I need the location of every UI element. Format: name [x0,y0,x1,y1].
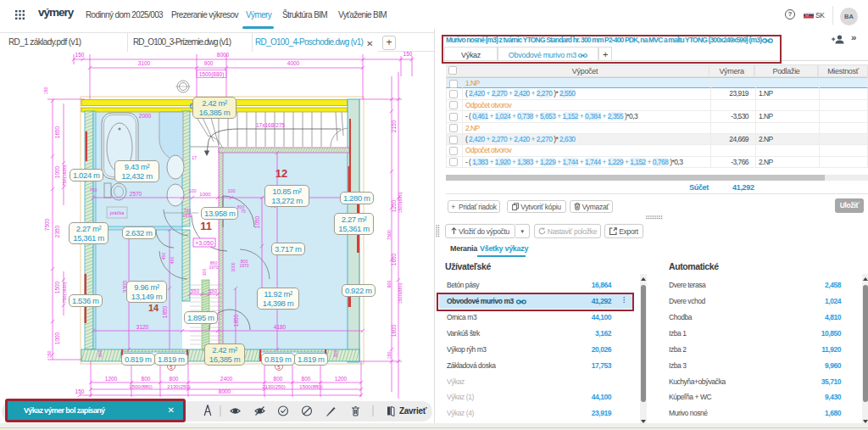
svg-text:900: 900 [204,60,214,66]
svg-text:14: 14 [148,303,159,313]
svg-text:2000: 2000 [139,113,152,119]
svg-text:900: 900 [387,280,392,288]
svg-text:1600: 1600 [391,253,397,265]
svg-text:100: 100 [202,269,207,276]
svg-text:1500(880): 1500(880) [199,71,225,78]
svg-text:750(1630): 750(1630) [62,165,67,186]
svg-text:1500(880): 1500(880) [398,282,403,304]
svg-text:1200: 1200 [335,376,348,382]
svg-text:17x168/275: 17x168/275 [256,122,285,128]
svg-text:1850: 1850 [233,314,239,327]
svg-text:150: 150 [75,52,85,58]
svg-text:4000: 4000 [287,60,300,66]
svg-text:práčka: práčka [110,210,125,215]
svg-text:1500(880): 1500(880) [129,384,152,389]
svg-text:300: 300 [97,349,103,357]
svg-text:800: 800 [302,376,311,382]
svg-text:750(1630): 750(1630) [62,282,67,303]
svg-text:1500: 1500 [54,281,60,293]
svg-text:1500(880): 1500(880) [299,384,322,389]
svg-text:2150: 2150 [391,120,397,132]
svg-text:800: 800 [170,376,179,382]
svg-text:3120: 3120 [136,324,149,330]
svg-text:2400: 2400 [220,376,233,382]
svg-text:8000: 8000 [219,388,231,394]
svg-text:1000: 1000 [54,332,60,344]
svg-text:17: 17 [192,155,197,160]
svg-text:1000: 1000 [199,192,211,197]
svg-text:1600: 1600 [391,324,397,337]
svg-text:2350: 2350 [54,225,60,237]
svg-text:150: 150 [403,52,413,57]
svg-text:1970: 1970 [182,213,192,218]
svg-text:1000: 1000 [231,262,236,271]
svg-text:1000: 1000 [54,165,60,178]
svg-text:1250: 1250 [391,199,397,212]
svg-text:11: 11 [200,220,212,232]
svg-text:8000: 8000 [217,52,230,58]
svg-text:1050: 1050 [254,215,260,228]
svg-text:800: 800 [274,376,283,382]
svg-text:1970: 1970 [209,265,218,270]
svg-text:4180: 4180 [274,324,287,330]
svg-text:1850: 1850 [162,305,168,318]
svg-text:3100: 3100 [138,60,151,66]
svg-text:450: 450 [170,257,175,265]
svg-text:550: 550 [209,288,218,293]
svg-text:1500(880): 1500(880) [398,192,403,213]
svg-text:300: 300 [333,349,338,357]
svg-text:150: 150 [387,351,392,359]
svg-text:1970: 1970 [239,263,248,268]
svg-text:7500: 7500 [387,230,392,240]
svg-text:70: 70 [241,209,246,214]
svg-text:100: 100 [188,188,196,193]
svg-text:700: 700 [90,187,97,193]
svg-text:150: 150 [47,350,52,358]
svg-text:2570: 2570 [130,191,142,197]
svg-text:150: 150 [75,388,85,394]
svg-text:2130(250): 2130(250) [167,384,190,389]
svg-text:100: 100 [227,188,235,193]
svg-text:7500: 7500 [44,218,50,231]
svg-text:2130(250): 2130(250) [262,384,285,389]
svg-text:1200: 1200 [105,376,118,382]
svg-text:450: 450 [161,253,166,260]
svg-text:150: 150 [43,87,48,94]
svg-text:+3,050: +3,050 [195,240,214,246]
svg-text:1650: 1650 [54,126,60,138]
svg-text:550: 550 [191,288,200,293]
svg-text:800: 800 [142,376,151,382]
